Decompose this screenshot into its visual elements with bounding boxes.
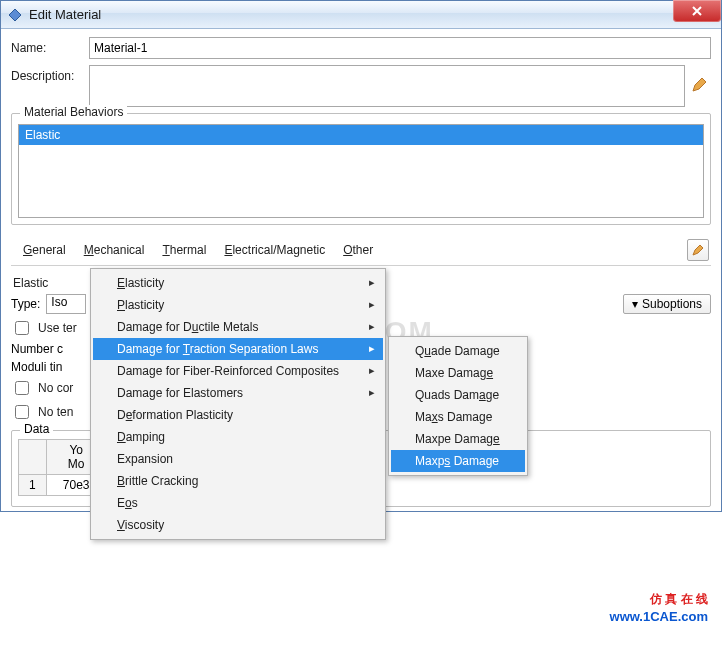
menu-item[interactable]: Viscosity [93, 514, 383, 536]
brand-footer: 仿 真 在 线 www.1CAE.com [610, 590, 708, 626]
app-icon [7, 7, 23, 23]
titlebar[interactable]: Edit Material [1, 1, 721, 29]
close-button[interactable] [673, 0, 721, 22]
submenu-item[interactable]: Quads Damage [391, 384, 525, 406]
data-group-label: Data [20, 422, 53, 436]
edit-description-button[interactable] [691, 77, 711, 96]
property-menubar: General Mechanical Thermal Electrical/Ma… [11, 239, 711, 266]
type-label: Type: [11, 297, 40, 311]
name-input[interactable] [89, 37, 711, 59]
submenu-item[interactable]: Maxpe Damage [391, 428, 525, 450]
row-number: 1 [19, 475, 47, 496]
menu-item[interactable]: Damage for Fiber-Reinforced Composites [93, 360, 383, 382]
submenu-item[interactable]: Maxe Damage [391, 362, 525, 384]
menu-mechanical[interactable]: Mechanical [84, 243, 145, 257]
menu-item[interactable]: Damping [93, 426, 383, 448]
mechanical-menu[interactable]: ElasticityPlasticityDamage for Ductile M… [90, 268, 386, 540]
behaviors-list[interactable]: Elastic [18, 124, 704, 218]
material-behaviors-label: Material Behaviors [20, 105, 127, 119]
menu-item[interactable]: Deformation Plasticity [93, 404, 383, 426]
delete-behavior-button[interactable] [687, 239, 709, 261]
description-label: Description: [11, 65, 89, 83]
name-label: Name: [11, 41, 89, 55]
menu-general[interactable]: General [23, 243, 66, 257]
type-select[interactable]: Iso [46, 294, 86, 314]
svg-marker-0 [9, 9, 21, 21]
traction-submenu[interactable]: Quade DamageMaxe DamageQuads DamageMaxs … [388, 336, 528, 476]
submenu-item[interactable]: Maxps Damage [391, 450, 525, 472]
menu-item[interactable]: Plasticity [93, 294, 383, 316]
menu-item[interactable]: Brittle Cracking [93, 470, 383, 492]
close-icon [691, 5, 703, 17]
brand-cn: 仿 真 在 线 [610, 590, 708, 608]
menu-item[interactable]: Damage for Traction Separation Laws [93, 338, 383, 360]
window-title: Edit Material [29, 7, 101, 22]
behavior-item-elastic[interactable]: Elastic [19, 125, 703, 145]
menu-thermal[interactable]: Thermal [162, 243, 206, 257]
menu-item[interactable]: Elasticity [93, 272, 383, 294]
menu-electrical[interactable]: Electrical/Magnetic [224, 243, 325, 257]
submenu-item[interactable]: Quade Damage [391, 340, 525, 362]
menu-item[interactable]: Damage for Ductile Metals [93, 316, 383, 338]
material-behaviors-group: Material Behaviors Elastic [11, 113, 711, 225]
chevron-down-icon: ▾ [632, 297, 638, 311]
menu-item[interactable]: Damage for Elastomers [93, 382, 383, 404]
submenu-item[interactable]: Maxs Damage [391, 406, 525, 428]
suboptions-button[interactable]: ▾ Suboptions [623, 294, 711, 314]
pencil-icon [691, 77, 707, 93]
pencil-icon [692, 244, 704, 256]
menu-item[interactable]: Eos [93, 492, 383, 514]
description-input[interactable] [89, 65, 685, 107]
brand-url: www.1CAE.com [610, 608, 708, 626]
menu-other[interactable]: Other [343, 243, 373, 257]
menu-item[interactable]: Expansion [93, 448, 383, 470]
